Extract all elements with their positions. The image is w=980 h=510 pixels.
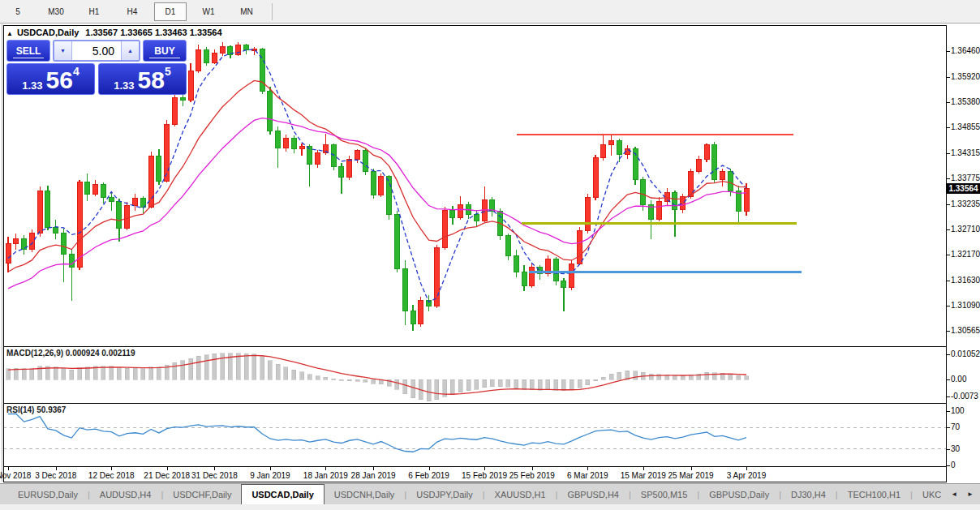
buy-price-main: 58 — [138, 71, 165, 91]
buy-price-pip: 5 — [165, 65, 171, 78]
timeframe-button-h4[interactable]: H4 — [116, 2, 148, 21]
volume-spinner: ▼ ▲ — [53, 40, 140, 62]
sell-price-pip: 4 — [73, 65, 80, 78]
tab-dj30-h4[interactable]: DJ30,H4 — [781, 484, 836, 504]
timeframe-button-mn[interactable]: MN — [230, 2, 263, 21]
sell-button[interactable]: SELL — [6, 40, 50, 62]
toolbar-separator — [272, 3, 273, 20]
buy-underline — [149, 58, 180, 58]
sell-price-display[interactable]: 1.33 56 4 — [6, 63, 95, 95]
one-click-trading-panel: SELL ▼ ▲ BUY 1.33 56 4 — [6, 40, 187, 95]
macd-indicator-label: MACD(12,26,9) 0.000924 0.002119 — [6, 349, 135, 358]
chart-symbol-label: USDCAD,Daily — [17, 28, 79, 37]
status-strip — [0, 504, 980, 510]
buy-button[interactable]: BUY — [143, 40, 187, 62]
tab-usdchf-daily[interactable]: USDCHF,Daily — [163, 484, 241, 504]
volume-increase-button[interactable]: ▲ — [121, 41, 139, 60]
buy-price-prefix: 1.33 — [114, 80, 134, 91]
tab-sp500-m15[interactable]: SP500,M15 — [631, 484, 697, 504]
chart-ohlc-values: 1.33567 1.33665 1.33463 1.33564 — [85, 28, 221, 37]
volume-input[interactable] — [72, 41, 121, 60]
timeframe-toolbar: 5M30H1H4D1W1MN — [0, 0, 980, 24]
timeframe-button-h1[interactable]: H1 — [78, 2, 110, 21]
chevron-up-icon: ▲ — [127, 48, 133, 54]
timeframe-button-5[interactable]: 5 — [2, 2, 34, 21]
tab-eurusd-daily[interactable]: EURUSD,Daily — [8, 484, 88, 504]
tab-audusd-h4[interactable]: AUDUSD,H4 — [90, 484, 161, 504]
tab-usdjpy-daily[interactable]: USDJPY,Daily — [406, 484, 483, 504]
collapse-triangle-icon[interactable]: ▲ — [6, 30, 13, 37]
sell-underline — [13, 58, 44, 58]
sell-price-prefix: 1.33 — [22, 80, 42, 91]
sell-price-main: 56 — [46, 71, 73, 91]
timeframe-button-w1[interactable]: W1 — [192, 2, 225, 21]
tab-tech100-h1[interactable]: TECH100,H1 — [838, 484, 910, 504]
tab-gbpusd-daily[interactable]: GBPUSD,Daily — [699, 484, 779, 504]
tab-usdcad-daily[interactable]: USDCAD,Daily — [241, 484, 324, 504]
symbol-tab-bar: EURUSD,Daily|AUDUSD,H4|USDCHF,DailyUSDCA… — [0, 483, 980, 504]
chevron-down-icon: ▼ — [60, 48, 66, 54]
timeframe-button-m30[interactable]: M30 — [40, 2, 72, 21]
tab-ukc[interactable]: UKC — [913, 484, 951, 504]
tab-scroll-arrows: ◄► — [951, 484, 974, 504]
tab-xauusd-h1[interactable]: XAUUSD,H1 — [485, 484, 556, 504]
buy-button-label: BUY — [154, 45, 174, 57]
rsi-indicator-label: RSI(14) 50.9367 — [6, 405, 66, 414]
trading-platform-window: 5M30H1H4D1W1MN ▲USDCAD,Daily1.33567 1.33… — [0, 0, 980, 510]
chart-title: ▲USDCAD,Daily1.33567 1.33665 1.33463 1.3… — [6, 28, 222, 37]
timeframe-button-d1[interactable]: D1 — [154, 2, 187, 21]
tab-usdcnh-daily[interactable]: USDCNH,Daily — [325, 484, 405, 504]
tab-scroll-left-icon[interactable]: ◄ — [951, 491, 957, 498]
tab-gbpusd-h4[interactable]: GBPUSD,H4 — [557, 484, 629, 504]
tab-scroll-right-icon[interactable]: ► — [967, 491, 974, 498]
sell-button-label: SELL — [16, 45, 41, 57]
buy-price-display[interactable]: 1.33 58 5 — [98, 63, 187, 95]
volume-decrease-button[interactable]: ▼ — [54, 41, 72, 60]
